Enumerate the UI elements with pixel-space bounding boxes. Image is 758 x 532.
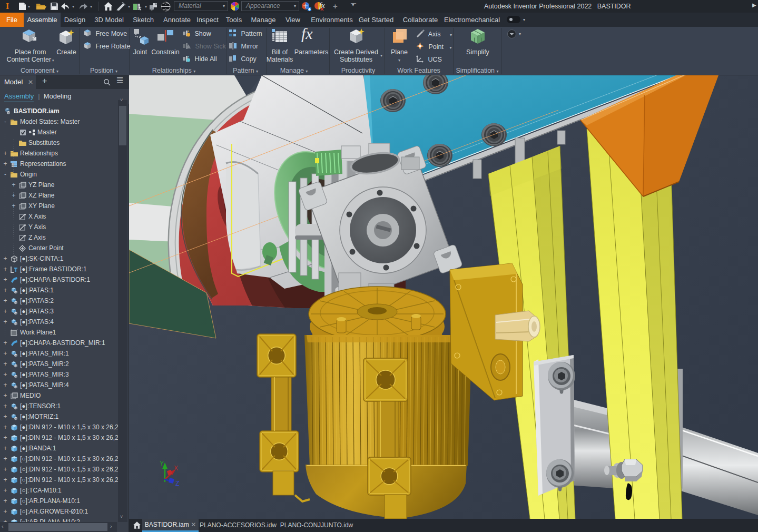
- svg-text:Z: Z: [175, 480, 179, 487]
- svg-text:X: X: [174, 465, 178, 472]
- svg-text:Y: Y: [160, 460, 164, 467]
